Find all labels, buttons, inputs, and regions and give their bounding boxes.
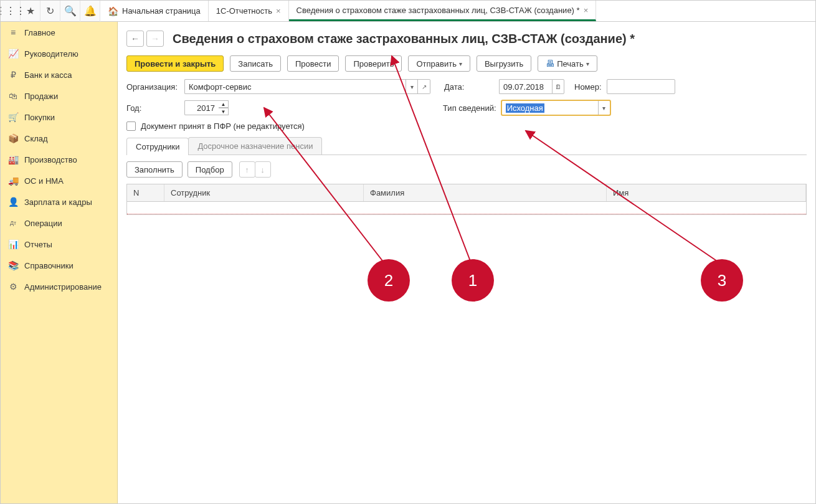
tab-home[interactable]: 🏠 Начальная страница	[100, 1, 209, 21]
sidebar: ≡Главное 📈Руководителю ₽Банк и касса 🛍Пр…	[1, 22, 118, 503]
btn-label: Печать	[557, 59, 584, 69]
printer-icon: 🖶	[546, 59, 554, 69]
org-field[interactable]: Комфорт-сервис ▾ ↗	[184, 79, 430, 94]
box-icon: 📦	[8, 133, 18, 143]
callout-2: 2	[384, 271, 393, 290]
col-n[interactable]: N	[127, 184, 164, 201]
post-button[interactable]: Провести	[287, 55, 339, 72]
fill-button[interactable]: Заполнить	[126, 161, 183, 178]
post-and-close-button[interactable]: Провести и закрыть	[126, 55, 224, 72]
search-icon[interactable]: 🔍	[60, 1, 80, 22]
close-icon[interactable]: ×	[276, 6, 281, 16]
formtab-label: Сотрудники	[136, 142, 179, 151]
write-button[interactable]: Записать	[230, 55, 281, 72]
truck-icon: 🚚	[8, 176, 18, 186]
tab-employees[interactable]: Сотрудники	[126, 138, 189, 155]
nav-buttons: ← →	[126, 31, 164, 47]
close-icon[interactable]: ×	[584, 6, 589, 15]
sidebar-item-catalogs[interactable]: 📚Справочники	[1, 255, 117, 276]
check-button[interactable]: Проверить	[345, 55, 402, 72]
type-field[interactable]: Исходная ▾	[501, 100, 610, 115]
sidebar-item-sales[interactable]: 🛍Продажи	[1, 85, 117, 107]
grid-toolbar: Заполнить Подбор ↑ ↓	[126, 155, 807, 184]
calendar-icon[interactable]: 🗓	[552, 79, 564, 94]
callout-1: 1	[468, 271, 477, 290]
person-icon: 👤	[8, 197, 18, 207]
sidebar-item-reports[interactable]: 📊Отчеты	[1, 234, 117, 255]
col-lastname[interactable]: Фамилия	[364, 184, 607, 201]
form-tabs: Сотрудники Досрочное назначение пенсии	[126, 137, 807, 155]
move-up-button[interactable]: ↑	[239, 161, 255, 178]
number-field[interactable]	[607, 79, 675, 94]
sidebar-item-salary[interactable]: 👤Зарплата и кадры	[1, 191, 117, 212]
btn-label: Отправить	[416, 59, 456, 69]
dtkt-icon: Дт	[8, 221, 18, 226]
tab-label: Сведения о страховом стаже застрахованны…	[297, 6, 580, 15]
sidebar-item-production[interactable]: 🏭Производство	[1, 149, 117, 170]
print-button[interactable]: 🖶Печать▾	[538, 55, 597, 72]
cart-icon: 🛒	[8, 112, 18, 122]
sidebar-item-operations[interactable]: ДтОперации	[1, 212, 117, 234]
col-employee[interactable]: Сотрудник	[164, 184, 364, 201]
type-label: Тип сведений:	[443, 103, 496, 113]
sidebar-item-label: Операции	[24, 219, 62, 228]
sidebar-item-manager[interactable]: 📈Руководителю	[1, 43, 117, 64]
year-spinner[interactable]: ▲▼	[219, 100, 229, 115]
nav-back[interactable]: ←	[126, 31, 144, 47]
sidebar-item-label: Склад	[24, 134, 48, 143]
move-down-button[interactable]: ↓	[255, 161, 271, 178]
menu-icon: ≡	[8, 27, 18, 37]
spin-down-icon[interactable]: ▼	[219, 108, 229, 115]
nav-forward[interactable]: →	[146, 31, 164, 47]
accepted-checkbox[interactable]	[126, 121, 136, 131]
export-button[interactable]: Выгрузить	[477, 55, 531, 72]
sidebar-item-admin[interactable]: ⚙Администрирование	[1, 276, 117, 297]
toolbar: Провести и закрыть Записать Провести Про…	[126, 55, 807, 72]
bell-icon[interactable]: 🔔	[80, 1, 100, 22]
books-icon: 📚	[8, 260, 18, 270]
star-icon[interactable]: ★	[21, 1, 40, 22]
sidebar-item-main[interactable]: ≡Главное	[1, 22, 117, 43]
date-label: Дата:	[444, 82, 494, 92]
sidebar-item-label: Отчеты	[24, 240, 52, 249]
grid-header: N Сотрудник Фамилия Имя	[127, 184, 806, 202]
btn-label: Подбор	[196, 165, 224, 174]
btn-label: Записать	[238, 59, 273, 69]
btn-label: Провести	[295, 59, 331, 69]
sidebar-item-assets[interactable]: 🚚ОС и НМА	[1, 170, 117, 191]
tab-label: Начальная страница	[122, 6, 201, 16]
history-icon[interactable]: ↻	[40, 1, 60, 22]
chevron-down-icon[interactable]: ▾	[598, 100, 610, 115]
employees-grid[interactable]: N Сотрудник Фамилия Имя	[126, 184, 807, 215]
tab-early-pension[interactable]: Досрочное назначение пенсии	[188, 137, 322, 155]
col-firstname[interactable]: Имя	[607, 184, 806, 201]
sidebar-item-warehouse[interactable]: 📦Склад	[1, 128, 117, 149]
org-label: Организация:	[126, 82, 179, 92]
year-value: 2017	[197, 103, 215, 113]
open-icon[interactable]: ↗	[418, 79, 430, 94]
tab-reporting[interactable]: 1С-Отчетность ×	[209, 1, 289, 21]
gear-icon: ⚙	[8, 282, 18, 292]
svg-point-2	[452, 259, 494, 302]
date-field[interactable]: 09.07.2018 🗓	[499, 79, 564, 94]
sidebar-item-label: Администрирование	[24, 282, 102, 292]
sidebar-item-bank[interactable]: ₽Банк и касса	[1, 64, 117, 85]
btn-label: Провести и закрыть	[135, 59, 216, 69]
year-field[interactable]: 2017 ▲▼	[184, 100, 229, 115]
org-value: Комфорт-сервис	[189, 82, 252, 92]
accepted-label: Документ принят в ПФР (не редактируется)	[141, 121, 305, 131]
chevron-down-icon[interactable]: ▾	[406, 79, 418, 94]
page-title: Сведения о страховом стаже застрахованны…	[173, 32, 807, 46]
sidebar-item-label: Руководителю	[24, 49, 78, 59]
sidebar-item-purchases[interactable]: 🛒Покупки	[1, 107, 117, 128]
chart-icon: 📈	[8, 49, 18, 59]
spin-up-icon[interactable]: ▲	[219, 100, 229, 108]
barchart-icon: 📊	[8, 239, 18, 249]
pick-button[interactable]: Подбор	[187, 161, 232, 178]
send-button[interactable]: Отправить▾	[408, 55, 470, 72]
btn-label: Заполнить	[135, 165, 174, 174]
topbar-icons: ⋮⋮⋮ ★ ↻ 🔍 🔔	[1, 1, 100, 21]
tab-szvstazh[interactable]: Сведения о страховом стаже застрахованны…	[289, 1, 597, 21]
bag-icon: 🛍	[8, 91, 18, 101]
apps-icon[interactable]: ⋮⋮⋮	[1, 1, 21, 22]
